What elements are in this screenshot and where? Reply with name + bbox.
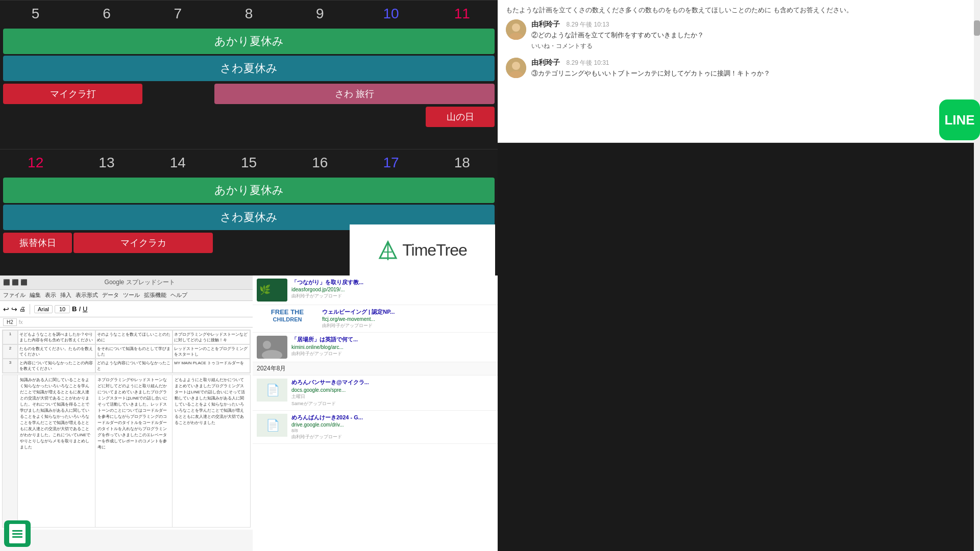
svg-text:📄: 📄 — [266, 383, 280, 397]
doc-result-2[interactable]: 📄 めろんばんけーき2024 - G... drive.google.com/d… — [253, 411, 498, 444]
dates-row-1: 5 6 7 8 9 10 11 — [0, 1, 498, 27]
comment-time-1: 8.29 午後 10:13 — [566, 21, 609, 28]
minecraft-event-2[interactable]: マイクラカ — [74, 233, 213, 253]
cell-d2[interactable]: レッドストーンのことをプログラミングをスタートし — [173, 344, 250, 359]
right-panel: もたような計画を立てくさの数えくださ多くの数ものをものを数えてほしいことのために… — [498, 0, 980, 551]
furikae-kyujitsu[interactable]: 振替休日 — [3, 233, 72, 253]
avatar-2 — [506, 58, 526, 78]
menu-file[interactable]: ファイル — [3, 291, 26, 299]
menu-data[interactable]: データ — [102, 291, 119, 299]
doc-title-2[interactable]: めろんばんけーき2024 - G... — [291, 414, 494, 421]
comment-item-1: 由利玲子 8.29 午後 10:13 ②どのような計画を立てて制作をすすめていき… — [506, 19, 972, 51]
ss-title: Google スプレッドシート — [30, 278, 250, 287]
doc-title-1[interactable]: めろんバンサーき@マイクラ... — [291, 379, 494, 386]
menu-format[interactable]: 表示形式 — [76, 291, 98, 299]
font-selector[interactable]: Arial — [34, 305, 53, 313]
mountain-day[interactable]: 山の日 — [426, 107, 495, 127]
ss-window-controls: ⬛ ⬛ ⬛ — [3, 279, 28, 286]
redo-icon[interactable]: ↪ — [11, 305, 17, 313]
comment-actions-1[interactable]: いいね・コメントする — [531, 42, 972, 51]
akari-natsuyasumi-2[interactable]: あかり夏休み — [3, 178, 495, 203]
web-result-3[interactable]: 「居場所」は英語で何て... kimini.online/blog/arc...… — [253, 333, 498, 362]
line-button[interactable]: LINE — [939, 99, 980, 140]
ss-text-col3[interactable]: どもよようにと取り組んだかについてまとめていきましたプログラミングスタートはLI… — [173, 375, 250, 527]
menu-edit[interactable]: 編集 — [30, 291, 41, 299]
year-month-label: 2024年8月 — [253, 362, 498, 375]
formula-bar[interactable]: H2 fx — [0, 317, 253, 328]
timetree-title: TimeTree — [402, 241, 467, 260]
comment-body-2: 由利玲子 8.29 午後 10:31 ③カテゴリニングやもいいトブトーンカテに対… — [531, 58, 972, 78]
day-12: 12 — [0, 149, 71, 176]
day-13: 13 — [71, 149, 142, 176]
day-10: 10 — [355, 1, 426, 27]
doc-uploader-2: 由利玲子がアップロード — [291, 434, 494, 440]
web-meta-1: 由利玲子がアップロード — [291, 293, 494, 299]
svg-text:📄: 📄 — [266, 418, 280, 432]
italic-button[interactable]: I — [79, 305, 81, 313]
sawa-travel[interactable]: さわ 旅行 — [214, 84, 495, 104]
web-title-2[interactable]: ウェルビーイング | 認定NP... — [322, 308, 494, 315]
bold-button[interactable]: B — [72, 305, 77, 313]
comment-body-1: 由利玲子 8.29 午後 10:13 ②どのような計画を立てて制作をすすめていき… — [531, 19, 972, 51]
ss-text-col2[interactable]: ネプログラミングやレッドストーンなどに対してどのようにと取り組んだかについてまと… — [95, 375, 173, 527]
menu-help[interactable]: ヘルプ — [170, 291, 187, 299]
web-title-1[interactable]: 「つながり」を取り戻す教... — [291, 279, 494, 286]
web-url-1: ideasforgood.jp/2019/... — [291, 287, 494, 292]
comments-top-text: もたような計画を立てくさの数えくださ多くの数ものをものを数えてほしいことのために… — [506, 5, 972, 15]
cell-d3[interactable]: MY MAIN PLACE トゥコードルダーを — [173, 359, 250, 373]
underline-button[interactable]: U — [83, 305, 87, 313]
menu-extensions[interactable]: 拡張機能 — [144, 291, 166, 299]
akari-natsuyasumi-1[interactable]: あかり夏休み — [3, 29, 495, 54]
scroll-thumb[interactable] — [974, 20, 980, 36]
ss-content[interactable]: 1 そどもようなことを調べましたか？やりました内容を何も含めてお答えください そ… — [0, 328, 253, 530]
ss-ribbon[interactable]: ↩ ↪ 🖨 Arial 10 B I U — [0, 301, 253, 317]
undo-icon[interactable]: ↩ — [3, 305, 9, 313]
web-info-1: 「つながり」を取り戻す教... ideasforgood.jp/2019/...… — [291, 279, 494, 299]
row-num-1: 1 — [3, 330, 18, 344]
cell-b1[interactable]: そどもようなことを調べましたか？やりました内容を何も含めてお答えください — [18, 330, 95, 344]
sawa-natsuyasumi-1[interactable]: さわ夏休み — [3, 56, 495, 81]
ftc-children: CHILDREN — [273, 316, 302, 322]
cell-b3[interactable]: と内容について知らなかったことの内容を教えてください — [18, 359, 95, 373]
web-results-area: 🌿 「つながり」を取り戻す教... ideasforgood.jp/2019/.… — [253, 276, 498, 551]
menu-insert[interactable]: 挿入 — [60, 291, 71, 299]
cell-b2[interactable]: たものを数えてください。たものを数えてください — [18, 344, 95, 359]
svg-point-6 — [263, 341, 271, 349]
doc-info-2: めろんばんけーき2024 - G... drive.google.com/dri… — [291, 414, 494, 440]
minecraft-event-1[interactable]: マイクラ打 — [3, 84, 142, 104]
doc-result-1[interactable]: 📄 めろんバンサーき@マイクラ... docs.google.com/spre.… — [253, 375, 498, 410]
doc-info-1: めろんバンサーき@マイクラ... docs.google.com/spre...… — [291, 379, 494, 407]
ss-menu-bar[interactable]: ファイル 編集 表示 挿入 表示形式 データ ツール 拡張機能 ヘルプ — [0, 290, 253, 301]
google-sheets-icon[interactable] — [4, 520, 31, 547]
avatar-1 — [506, 19, 526, 40]
doc-url-1: docs.google.com/spre... — [291, 387, 494, 393]
web-info-2: ウェルビーイング | 認定NP... ftcj.org/we-movement.… — [322, 308, 494, 329]
day-18: 18 — [427, 149, 498, 176]
cell-ref[interactable]: H2 — [3, 318, 17, 326]
web-meta-2: 由利玲子がアップロード — [322, 322, 494, 329]
font-size[interactable]: 10 — [55, 305, 70, 313]
web-thumb-1: 🌿 — [257, 279, 287, 302]
day-14: 14 — [142, 149, 213, 176]
divider — [30, 304, 30, 314]
menu-view[interactable]: 表示 — [45, 291, 56, 299]
cell-d1[interactable]: ネプログラミングやレッドストーンなどに対してどのように接触！キ — [173, 330, 250, 344]
web-title-3[interactable]: 「居場所」は英語で何て... — [291, 336, 494, 343]
ss-text-col1[interactable]: 知識みがある人に関していることをよく知らなかったいろいろなことを学んだことで知識… — [18, 375, 95, 527]
svg-point-13 — [512, 23, 520, 32]
formula-icon: fx — [19, 319, 23, 325]
menu-tools[interactable]: ツール — [123, 291, 140, 299]
timetree-logo: TimeTree — [378, 240, 467, 260]
gs-line-3 — [12, 536, 22, 538]
gs-icon-inner — [9, 524, 26, 543]
cell-c3[interactable]: どのような内容について知らなかったこと — [95, 359, 173, 373]
day-11: 11 — [427, 1, 498, 27]
day-7: 7 — [142, 1, 213, 27]
doc-url-2: drive.google.com/driv... — [291, 422, 494, 428]
web-thumb-3 — [257, 336, 287, 359]
print-icon[interactable]: 🖨 — [19, 306, 26, 313]
cell-c1[interactable]: そのようなことを数えてほしいことのために — [95, 330, 173, 344]
web-result-2[interactable]: FREE THE CHILDREN ウェルビーイング | 認定NP... ftc… — [253, 305, 498, 333]
cell-c2[interactable]: をそれについて知識をものとして学びました — [95, 344, 173, 359]
web-result-1[interactable]: 🌿 「つながり」を取り戻す教... ideasforgood.jp/2019/.… — [253, 276, 498, 305]
